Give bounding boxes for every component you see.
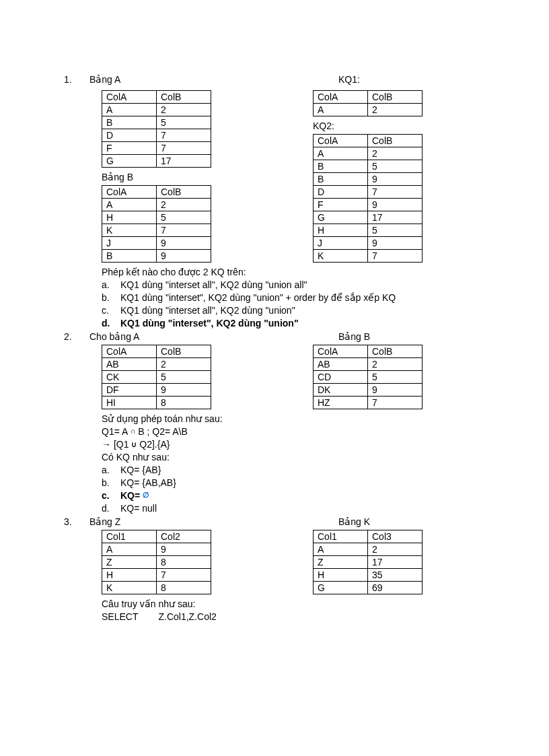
q1-opt-d: KQ1 dùng "interset", KQ2 dùng "union" xyxy=(120,318,299,329)
q3-table-z: Col1Col2 A9 Z8 H7 K8 xyxy=(102,530,211,594)
arrow-icon: → xyxy=(102,439,111,450)
emptyset-icon: ∅ xyxy=(143,491,149,499)
q1-table-kq1: ColAColB A2 xyxy=(313,90,423,116)
question-3: 3. Bảng Z Bảng K xyxy=(64,516,485,527)
q1-opt-a: KQ1 dùng "interset all", KQ2 dùng "union… xyxy=(120,279,307,290)
q3-sql: SELECTZ.Col1,Z.Col2 xyxy=(102,611,485,622)
q1-heading-b: Bảng B xyxy=(102,172,313,182)
q2-table-a: ColAColB AB2 CK5 DF9 HI8 xyxy=(102,345,211,409)
q2-math1: Q1= A ∩ B ; Q2= A\B xyxy=(102,426,485,437)
q2-table-b: ColAColB AB2 CD5 DK9 HZ7 xyxy=(313,345,423,409)
q2-desc2: Có KQ như sau: xyxy=(102,452,485,462)
q2-math2: → [Q1 ∪ Q2].{A} xyxy=(102,439,485,450)
q3-table-k: Col1Col3 A2 Z17 H35 G69 xyxy=(313,530,423,594)
question-2: 2. Cho bảng A Bảng B xyxy=(64,331,485,342)
question-1: 1. Bảng A KQ1: xyxy=(64,74,485,88)
q1-table-kq2: ColAColB A2 B5 B9 D7 F9 G17 H5 J9 K7 xyxy=(313,134,423,263)
q1-options: a.KQ1 dùng "interset all", KQ2 dùng "uni… xyxy=(102,279,485,329)
q2-opt-d: KQ= null xyxy=(120,503,157,514)
q1-number: 1. xyxy=(64,74,89,88)
q1-table-a: ColAColB A2 B5 D7 F7 G17 xyxy=(102,90,211,168)
q3-heading-k: Bảng K xyxy=(338,516,485,527)
q3-heading-z: Bảng Z xyxy=(89,516,338,527)
q1-heading-a: Bảng A xyxy=(89,74,338,85)
q2-opt-c: KQ= ∅ xyxy=(120,490,149,501)
q3-desc1: Câu truy vấn như sau: xyxy=(102,598,485,609)
q1-question-text: Phép kết nào cho được 2 KQ trên: xyxy=(102,267,485,277)
q2-heading-a: Cho bảng A xyxy=(89,331,338,342)
q1-opt-b: KQ1 dùng "interset", KQ2 dùng "union" + … xyxy=(120,292,396,303)
q2-heading-b: Bảng B xyxy=(338,331,485,342)
q3-number: 3. xyxy=(64,516,89,527)
q2-options: a.KQ= {AB} b.KQ= {AB,AB} c.KQ= ∅ d.KQ= n… xyxy=(102,465,485,514)
q1-heading-kq1: KQ1: xyxy=(338,74,485,85)
union-icon: ∪ xyxy=(131,440,137,448)
q1-heading-kq2: KQ2: xyxy=(313,121,485,131)
q2-number: 2. xyxy=(64,331,89,342)
q2-opt-a: KQ= {AB} xyxy=(120,465,161,475)
q1-opt-c: KQ1 dùng "interset all", KQ2 dùng "union… xyxy=(120,305,295,316)
document-page: 1. Bảng A KQ1: ColAColB A2 B5 D7 F7 xyxy=(0,0,549,656)
intersect-icon: ∩ xyxy=(130,427,135,435)
q1-table-b: ColAColB A2 H5 K7 J9 B9 xyxy=(102,185,211,263)
q2-opt-b: KQ= {AB,AB} xyxy=(120,477,176,488)
q2-desc1: Sử dụng phép toán như sau: xyxy=(102,413,485,424)
